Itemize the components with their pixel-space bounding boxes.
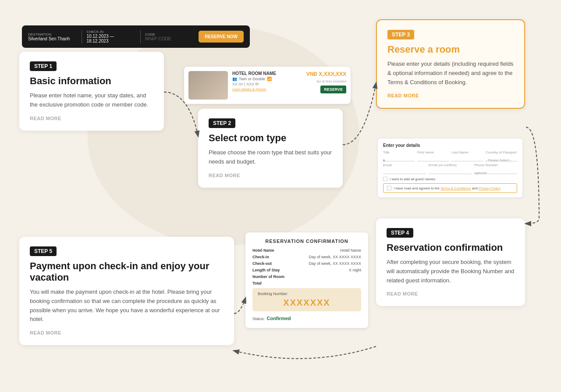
details-row-2: Email Email (re-confirm) Phone Number op… [383, 163, 517, 174]
guest-names-row: I want to add all guest names. [383, 177, 517, 181]
room-image [188, 71, 228, 100]
step3-card: STEP 3 Reserve a room Please enter your … [376, 19, 525, 109]
checkout-value: Day of week, XX XXXX XXXX [309, 261, 361, 266]
step2-desc: Please choose the room type that best su… [209, 148, 332, 167]
email-confirm-col: Email (re-confirm) [429, 163, 472, 174]
room-type: 👥Twin or Double 📶 [232, 77, 302, 81]
step1-read-more[interactable]: READ MORE [30, 116, 153, 121]
checkin-field: CHECK-IN 10.12.2023 — 18.12.2023 [86, 30, 135, 43]
privacy-link[interactable]: Privacy Policy [479, 186, 501, 190]
total-label: Total [252, 281, 262, 285]
guest-names-label: I want to add all guest names. [390, 177, 436, 181]
title-col: Title s [383, 150, 415, 161]
room-price: VNĐ X,XXX,XXX [306, 71, 346, 77]
firstname-col: First name [417, 150, 449, 161]
status-value: Confirmed [266, 316, 291, 321]
details-row-1: Title s First name Last Name Country of … [383, 150, 517, 161]
confirm-status: Status: Confirmed [252, 314, 361, 322]
step4-read-more[interactable]: READ MORE [387, 291, 515, 296]
step3-read-more[interactable]: READ MORE [387, 93, 514, 98]
email-col: Email [383, 163, 426, 174]
checkin-value: 10.12.2023 — 18.12.2023 [86, 34, 135, 43]
reserve-room-button[interactable]: RESERVE [320, 86, 346, 93]
step2-badge: STEP 2 [209, 118, 235, 128]
passport-col: Country of Passport - Please Select - [486, 150, 517, 161]
step5-title: Payment upon check-in and enjoy your vac… [30, 260, 224, 283]
destination-value: Silverland Sen Thanh [28, 36, 77, 41]
room-price-section: VNĐ X,XXX,XXX tax & fees included RESERV… [306, 71, 346, 100]
confirm-length-row: Length of Stay X night [252, 268, 361, 272]
room-size: XX m² | XXX ft² [232, 82, 302, 86]
room-price-sub: tax & fees included [316, 79, 346, 83]
step3-badge: STEP 3 [387, 30, 414, 39]
step3-desc: Please enter your details (including req… [387, 60, 514, 87]
length-value: X night [349, 268, 361, 272]
code-value: NHẬP CODE [145, 36, 194, 41]
step2-read-more[interactable]: READ MORE [209, 173, 332, 178]
enter-details-preview: Enter your details Title s First name La… [378, 139, 522, 197]
step4-card: STEP 4 Reservation confirmation After co… [376, 218, 525, 306]
step2-card: STEP 2 Select room type Please choose th… [198, 109, 343, 188]
hotel-label: Hotel Name [252, 248, 274, 253]
step5-desc: You will make the payment upon check-in … [30, 288, 224, 324]
reservation-confirmation-preview: RESERVATION CONFIRMATION Hotel Name Hote… [245, 232, 368, 328]
confirm-total-row: Total [252, 281, 361, 285]
hotel-value: Hotel Name [340, 248, 361, 253]
code-field: CODE NHẬP CODE [145, 32, 194, 41]
confirm-hotel-row: Hotel Name Hotel Name [252, 248, 361, 253]
status-label: Status: [252, 317, 265, 321]
details-title: Enter your details [383, 143, 517, 148]
booking-number: XXXXXXX [258, 298, 356, 308]
reserve-now-button[interactable]: RESERVE NOW [199, 31, 244, 43]
checkin-label: Check-in [252, 255, 269, 259]
step2-title: Select room type [209, 132, 332, 144]
divider2 [140, 30, 141, 43]
step4-desc: After completing your secure booking, th… [387, 258, 515, 285]
confirm-checkout-row: Check-out Day of week, XX XXXX XXXX [252, 261, 361, 266]
length-label: Length of Stay [252, 268, 280, 272]
step1-desc: Please enter hotel name, your stay dates… [30, 91, 153, 110]
room-info: HOTEL ROOM NAME 👥Twin or Double 📶 XX m² … [232, 71, 302, 100]
step1-title: Basic information [30, 75, 153, 87]
guest-names-checkbox[interactable] [383, 177, 387, 181]
step4-title: Reservation confirmation [387, 242, 515, 253]
destination-label: DESTINATION [28, 32, 77, 36]
booking-number-box: Booking Number: XXXXXXX [252, 288, 361, 311]
step4-badge: STEP 4 [387, 228, 413, 238]
room-card-preview: HOTEL ROOM NAME 👥Twin or Double 📶 XX m² … [184, 67, 351, 104]
terms-row: I have read and agreed to the Terms & Co… [383, 183, 517, 193]
checkin-label: CHECK-IN [86, 30, 135, 34]
lastname-col: Last Name [451, 150, 483, 161]
terms-text: I have read and agreed to the Terms & Co… [394, 186, 501, 190]
confirm-title: RESERVATION CONFIRMATION [252, 239, 361, 244]
step5-read-more[interactable]: READ MORE [30, 330, 224, 335]
destination-field: DESTINATION Silverland Sen Thanh [28, 32, 77, 41]
step1-badge: STEP 1 [30, 61, 57, 71]
step5-card: STEP 5 Payment upon check-in and enjoy y… [19, 237, 234, 345]
step1-card: STEP 1 Basic information Please enter ho… [19, 52, 164, 131]
code-label: CODE [145, 32, 194, 36]
room-details-link[interactable]: room details & photos [232, 87, 302, 91]
search-bar-preview: DESTINATION Silverland Sen Thanh CHECK-I… [22, 25, 250, 48]
confirm-checkin-row: Check-in Day of week, XX XXXX XXXX [252, 255, 361, 259]
terms-link[interactable]: Terms & Conditions [440, 186, 471, 190]
phone-col: Phone Number optional [474, 163, 517, 174]
room-name: HOTEL ROOM NAME [232, 71, 302, 76]
terms-checkbox[interactable] [387, 186, 391, 190]
step5-badge: STEP 5 [30, 246, 57, 256]
step3-title: Reserve a room [387, 44, 514, 55]
confirm-rooms-row: Number of Room [252, 274, 361, 279]
checkin-value: Day of week, XX XXXX XXXX [309, 255, 361, 259]
divider1 [82, 30, 82, 43]
checkout-label: Check-out [252, 261, 272, 266]
booking-number-label: Booking Number: [258, 292, 356, 296]
rooms-label: Number of Room [252, 274, 284, 279]
